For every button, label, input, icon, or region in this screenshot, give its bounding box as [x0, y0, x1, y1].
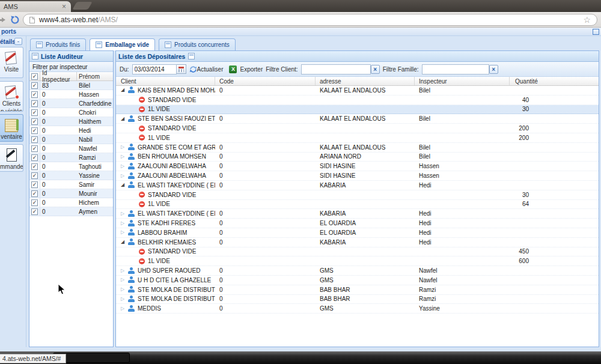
- panel-splitter[interactable]: [26, 36, 26, 347]
- expander-open-icon[interactable]: ◢: [121, 117, 128, 121]
- col-client[interactable]: Client: [116, 77, 215, 85]
- expander-closed-icon[interactable]: ▷: [121, 145, 128, 150]
- auditor-row[interactable]: ✓0Hichem: [29, 198, 113, 207]
- bookmark-star-icon[interactable]: ☆: [583, 16, 591, 23]
- auditor-row[interactable]: ✓0Hedi: [29, 126, 113, 135]
- menubar-window-icon[interactable]: [593, 29, 599, 35]
- browser-tab[interactable]: AMS ×: [0, 1, 71, 12]
- product-row[interactable]: 1L VIDE200: [116, 133, 599, 143]
- row-checkbox[interactable]: ✓: [31, 136, 38, 143]
- product-row[interactable]: STANDARD VIDE40: [116, 96, 599, 105]
- client-row[interactable]: ▷U H D CITE LA GHAZELLE0GMSNawfel: [116, 276, 599, 285]
- auditor-row[interactable]: ✓0Mounir: [29, 189, 113, 198]
- col-quantite[interactable]: Quantité: [510, 78, 599, 85]
- row-checkbox[interactable]: ✓: [31, 190, 38, 197]
- auditor-row[interactable]: ✓0Hassen: [29, 90, 113, 99]
- row-checkbox[interactable]: ✓: [31, 199, 38, 206]
- expander-closed-icon[interactable]: ▷: [121, 174, 128, 178]
- client-row[interactable]: ◢EL WASTI TAKEYDDINE ( EL WASTI0KABARIAH…: [116, 181, 599, 190]
- date-input[interactable]: [132, 64, 177, 74]
- refresh-icon[interactable]: [189, 65, 197, 73]
- expander-open-icon[interactable]: ◢: [121, 88, 128, 93]
- client-row[interactable]: ▷BEN RHOUMA MOHSEN0ARIANA NORDBilel: [116, 153, 599, 162]
- row-checkbox[interactable]: ✓: [31, 163, 38, 170]
- product-row[interactable]: 1L VIDE30: [116, 105, 599, 115]
- client-row[interactable]: ▷UHD SUPER RAOUED0GMSNawfel: [116, 266, 599, 276]
- expander-closed-icon[interactable]: ▷: [121, 287, 128, 292]
- auditor-row[interactable]: ✓0Samir: [29, 180, 113, 189]
- menubar-item-rapports[interactable]: ports: [1, 28, 16, 35]
- calendar-icon[interactable]: [177, 64, 186, 74]
- col-adresse[interactable]: adresse: [316, 77, 415, 85]
- row-checkbox[interactable]: ✓: [31, 100, 38, 107]
- auditor-col-name[interactable]: Prénom: [77, 73, 113, 80]
- row-checkbox[interactable]: ✓: [31, 127, 38, 134]
- expander-closed-icon[interactable]: ▷: [121, 230, 128, 235]
- auditor-col-id[interactable]: Id Inspecteur: [40, 72, 77, 80]
- expander-closed-icon[interactable]: ▷: [121, 211, 128, 216]
- auditor-row[interactable]: ✓0Taghouti: [29, 162, 113, 171]
- clear-famille-filter-icon[interactable]: ×: [489, 65, 498, 74]
- row-checkbox[interactable]: ✓: [31, 172, 38, 179]
- sidebar-item-inventory[interactable]: ventaire: [0, 114, 23, 142]
- client-row[interactable]: ▷ZAALOUNI ABDELWAHA0SIDI HASINEHassen: [116, 171, 599, 181]
- expander-closed-icon[interactable]: ▷: [121, 268, 128, 273]
- client-row[interactable]: ◢BELKHIR KHEMAIES0KABARIAHedi: [116, 238, 599, 247]
- filter-client-input[interactable]: [301, 64, 371, 74]
- expander-closed-icon[interactable]: ▷: [121, 154, 128, 159]
- auditor-row[interactable]: ✓0Yassine: [29, 171, 113, 180]
- reload-icon[interactable]: [10, 15, 20, 25]
- row-checkbox[interactable]: ✓: [31, 82, 38, 89]
- auditor-row[interactable]: ✓0Nabil: [29, 135, 113, 144]
- row-checkbox[interactable]: ✓: [31, 109, 38, 116]
- clear-client-filter-icon[interactable]: ×: [371, 65, 380, 74]
- product-row[interactable]: 1L VIDE64: [116, 200, 599, 210]
- row-checkbox[interactable]: ✓: [31, 91, 38, 98]
- client-row[interactable]: ▷STE MOLKA DE DISTRIBUTION DE B0BAB BHAR…: [116, 295, 599, 305]
- row-checkbox[interactable]: ✓: [31, 154, 38, 161]
- row-checkbox[interactable]: ✓: [31, 145, 38, 152]
- row-checkbox[interactable]: ✓: [31, 208, 38, 215]
- client-row[interactable]: ◢KAIS BEN MRAD BEN MOHAMED0KALAAT EL AND…: [116, 86, 599, 96]
- auditor-row[interactable]: ✓0Ramzi: [29, 153, 113, 162]
- expander-closed-icon[interactable]: ▷: [121, 221, 128, 226]
- collapse-button[interactable]: -: [14, 38, 22, 45]
- client-row[interactable]: ▷ZAALOUNI ABDELWAHA0SIDI HASINEHassen: [116, 162, 599, 171]
- sidebar-item-clients[interactable]: Clientsn visités: [0, 81, 23, 112]
- col-code[interactable]: Code: [215, 77, 316, 85]
- auditor-row[interactable]: ✓0Aymen: [29, 207, 113, 216]
- expander-closed-icon[interactable]: ▷: [121, 297, 128, 302]
- client-row[interactable]: ◢STE BEN SASSI FAOUZI ET FRERES0KALAAT E…: [116, 114, 599, 124]
- refresh-button[interactable]: Actualiser: [197, 66, 224, 73]
- product-row[interactable]: STANDARD VIDE30: [116, 190, 599, 200]
- sidebar-item-visit[interactable]: Visite: [0, 47, 23, 78]
- expander-open-icon[interactable]: ◢: [121, 183, 128, 187]
- auditor-row[interactable]: ✓0Charfeddine: [29, 99, 113, 108]
- excel-icon[interactable]: X: [229, 65, 237, 73]
- expander-closed-icon[interactable]: ▷: [121, 278, 128, 282]
- tab-close-icon[interactable]: ×: [62, 4, 66, 10]
- auditor-row[interactable]: ✓0Haithem: [29, 117, 113, 126]
- url-field[interactable]: www4.ats-web.net /AMS/ ☆: [23, 14, 597, 26]
- expander-open-icon[interactable]: ◢: [121, 240, 128, 244]
- new-tab-button[interactable]: [72, 2, 93, 10]
- select-all-checkbox[interactable]: ✓: [31, 73, 38, 80]
- client-row[interactable]: ▷LABBOU BRAHIM0EL OUARDIAHedi: [116, 228, 599, 238]
- tab-produits-concurrents[interactable]: Produits concurrents: [159, 38, 236, 50]
- row-checkbox[interactable]: ✓: [31, 181, 38, 188]
- expander-closed-icon[interactable]: ▷: [121, 164, 128, 169]
- client-row[interactable]: ▷GRANDE STE COM ET AGRI0KALAAT EL ANDALO…: [116, 143, 599, 153]
- client-row[interactable]: ▷EL WASTI TAKEYDDINE ( EL WASTI0KABARIAH…: [116, 209, 599, 219]
- client-row[interactable]: ▷MEDDIS0GMSYassine: [116, 304, 599, 314]
- tab-produits-finis[interactable]: Produits finis: [30, 38, 86, 50]
- product-row[interactable]: 1L VIDE600: [116, 256, 599, 266]
- product-row[interactable]: STANDARD VIDE200: [116, 124, 599, 133]
- product-row[interactable]: STANDARD VIDE450: [116, 247, 599, 257]
- auditor-row[interactable]: ✓83Bilel: [29, 81, 113, 90]
- filter-famille-input[interactable]: [422, 64, 489, 74]
- tab-emballage-vide[interactable]: Emballage vide: [90, 38, 155, 50]
- client-row[interactable]: ▷STE MOLKA DE DISTRIBUTION DE B0BAB BHAR…: [116, 285, 599, 295]
- auditor-row[interactable]: ✓0Nawfel: [29, 144, 113, 153]
- expander-closed-icon[interactable]: ▷: [121, 306, 128, 311]
- export-button[interactable]: Exporter: [240, 66, 263, 73]
